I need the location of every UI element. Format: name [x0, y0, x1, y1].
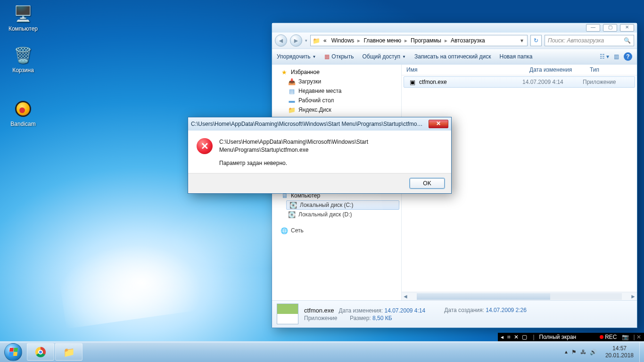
error-dialog: C:\Users\Home\AppData\Roaming\Microsoft\… [188, 117, 452, 194]
new-folder-button[interactable]: Новая папка [500, 53, 533, 60]
window-titlebar[interactable]: — ▢ ✕ [272, 23, 637, 33]
dialog-message-path: C:\Users\Home\AppData\Roaming\Microsoft\… [219, 138, 427, 155]
icon-label: Компьютер [5, 25, 41, 32]
bandicam-icon [13, 99, 33, 119]
desktop-icon-recycle[interactable]: 🗑️ Корзина [5, 45, 41, 74]
exe-icon: ▣ [409, 78, 416, 86]
details-filename: ctfmon.exe [304, 307, 334, 314]
tray-network-icon[interactable]: 🖧 [580, 349, 586, 355]
icon-label: Корзина [5, 67, 41, 74]
horizontal-scrollbar[interactable]: ◄► [402, 292, 637, 300]
refresh-button[interactable]: ↻ [530, 35, 542, 46]
tree-desktop[interactable]: ▬Рабочий стол [272, 96, 401, 105]
tree-recent[interactable]: ▤Недавние места [272, 86, 401, 96]
address-dropdown[interactable]: ▾ [519, 37, 525, 44]
dialog-close-button[interactable]: ✕ [429, 120, 448, 128]
show-desktop-button[interactable] [639, 342, 644, 362]
tray-volume-icon[interactable]: 🔊 [590, 349, 597, 355]
nav-forward-button[interactable]: ► [290, 34, 302, 47]
nav-bar: ◄ ► ▾ 📁 « Windows▸ Главное меню▸ Програм… [272, 33, 637, 49]
address-bar[interactable]: 📁 « Windows▸ Главное меню▸ Программы▸ Ав… [310, 35, 528, 46]
taskbar: 📁 ▲ ⚑ 🖧 🔊 14:57 20.01.2018 [0, 341, 644, 362]
ok-button[interactable]: OK [410, 178, 445, 189]
col-date[interactable]: Дата изменения [525, 66, 585, 73]
taskbar-chrome[interactable] [27, 343, 54, 361]
preview-pane-button[interactable]: ▥ [614, 53, 619, 60]
recording-overlay: ◂ ⌗ ✕ ▢ | Полный экран REC 📷 | ✕ [498, 333, 644, 341]
breadcrumb[interactable]: Автозагрузка [449, 37, 487, 44]
breadcrumb-prefix: « [322, 37, 328, 44]
dialog-titlebar[interactable]: C:\Users\Home\AppData\Roaming\Microsoft\… [188, 117, 451, 131]
tree-downloads[interactable]: 📥Загрузки [272, 77, 401, 86]
folder-icon: 📁 [313, 37, 320, 44]
dialog-message-error: Параметр задан неверно. [219, 159, 427, 167]
file-name: ctfmon.exe [419, 79, 447, 85]
window-maximize-button[interactable]: ▢ [603, 24, 617, 32]
tree-yadisk[interactable]: 📁Яндекс.Диск [272, 105, 401, 115]
share-button[interactable]: Общий доступ ▼ [362, 53, 406, 60]
clock-date: 20.01.2018 [605, 352, 634, 359]
tree-drive-c[interactable]: 💽Локальный диск (C:) [286, 200, 399, 210]
command-bar: Упорядочить ▼ ▦ Открыть Общий доступ ▼ З… [272, 49, 637, 65]
search-input[interactable]: Поиск: Автозагрузка 🔍 [545, 35, 634, 46]
window-minimize-button[interactable]: — [586, 24, 600, 32]
nav-back-button[interactable]: ◄ [275, 34, 287, 47]
burn-button[interactable]: Записать на оптический диск [414, 53, 491, 60]
tree-favorites[interactable]: ★Избранное [272, 67, 401, 77]
file-thumbnail [277, 304, 298, 324]
system-tray: ▲ ⚑ 🖧 🔊 14:57 20.01.2018 [561, 342, 644, 362]
tree-drive-d[interactable]: 💽Локальный диск (D:) [272, 210, 401, 219]
start-button[interactable] [0, 342, 26, 362]
help-button[interactable]: ? [624, 52, 632, 61]
column-headers[interactable]: Имя Дата изменения Тип [402, 65, 637, 75]
details-pane: ctfmon.exe Дата изменения: 14.07.2009 4:… [272, 300, 637, 328]
breadcrumb[interactable]: Главное меню [362, 37, 403, 44]
organize-button[interactable]: Упорядочить ▼ [277, 53, 316, 60]
icon-label: Bandicam [5, 121, 41, 127]
taskbar-clock[interactable]: 14:57 20.01.2018 [600, 344, 639, 360]
error-icon: ✕ [197, 138, 213, 154]
desktop: 🖥️ Компьютер 🗑️ Корзина Bandicam — ▢ ✕ ◄… [0, 0, 644, 362]
desktop-icon-bandicam[interactable]: Bandicam [5, 99, 41, 127]
file-date: 14.07.2009 4:14 [522, 79, 583, 85]
tree-network[interactable]: 🌐Сеть [272, 226, 401, 235]
file-row[interactable]: ▣ctfmon.exe 14.07.2009 4:14 Приложение [404, 76, 635, 88]
window-close-button[interactable]: ✕ [620, 24, 634, 32]
rec-controls[interactable]: ◂ ⌗ ✕ ▢ [501, 334, 528, 340]
tray-overflow-button[interactable]: ▲ [561, 349, 571, 354]
recycle-icon: 🗑️ [13, 45, 33, 65]
computer-icon: 🖥️ [13, 4, 33, 24]
screenshot-button[interactable]: 📷 [622, 334, 629, 340]
breadcrumb[interactable]: Windows [330, 37, 356, 44]
search-icon: 🔍 [624, 37, 631, 44]
view-mode-button[interactable]: ☷ ▾ [600, 53, 609, 60]
details-type: Приложение [304, 315, 337, 321]
clock-time: 14:57 [605, 345, 634, 352]
breadcrumb[interactable]: Программы [409, 37, 443, 44]
open-button[interactable]: ▦ Открыть [324, 53, 354, 60]
dialog-title: C:\Users\Home\AppData\Roaming\Microsoft\… [191, 121, 429, 127]
file-type: Приложение [583, 79, 635, 85]
tray-flag-icon[interactable]: ⚑ [571, 349, 577, 355]
col-name[interactable]: Имя [402, 66, 525, 73]
rec-indicator: REC [600, 334, 617, 340]
col-type[interactable]: Тип [585, 66, 637, 73]
rec-mode-label: Полный экран [539, 334, 577, 340]
desktop-icon-computer[interactable]: 🖥️ Компьютер [5, 4, 41, 32]
taskbar-explorer[interactable]: 📁 [55, 343, 83, 361]
search-placeholder: Поиск: Автозагрузка [548, 37, 604, 44]
nav-history-dropdown[interactable]: ▾ [305, 38, 307, 43]
